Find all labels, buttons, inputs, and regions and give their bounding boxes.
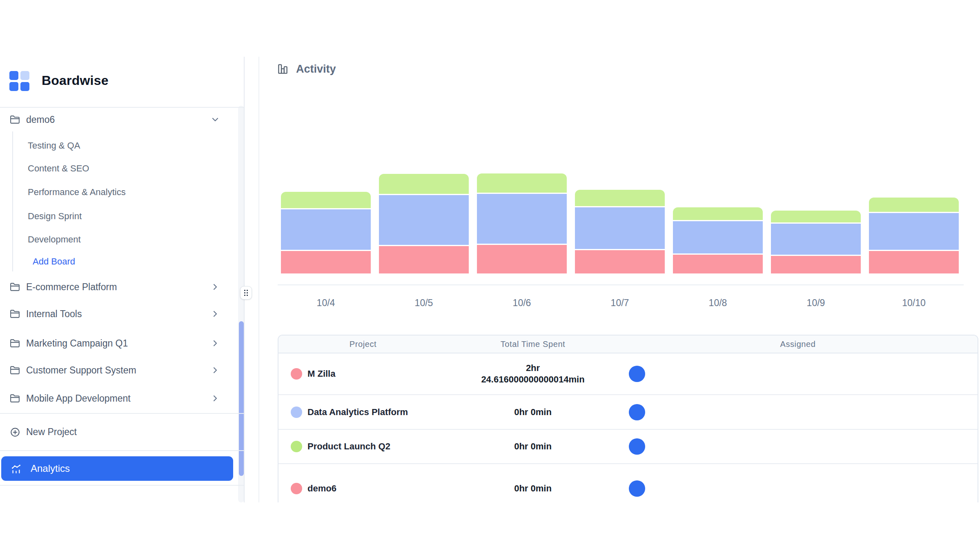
bar-segment-product-launch-q2[interactable] — [673, 207, 763, 220]
sidebar-resize-grip-icon[interactable] — [240, 286, 252, 300]
bar-segment-data-analytics-platform[interactable] — [771, 224, 861, 255]
project-color-dot — [291, 441, 302, 452]
bar-segment-product-launch-q2[interactable] — [771, 211, 861, 222]
table-row-data-analytics-platform[interactable]: Data Analytics Platform0hr 0min — [278, 395, 978, 430]
chevron-right-icon[interactable] — [210, 365, 220, 375]
sidebar-divider-bottom — [0, 485, 244, 486]
bar-segment-data-analytics-platform[interactable] — [281, 209, 371, 250]
activity-header: Activity — [277, 62, 336, 76]
total-time-line: 2hr — [526, 362, 540, 374]
logo-square — [20, 82, 29, 91]
chevron-right-icon[interactable] — [210, 393, 220, 403]
bar-segment-m-zilla[interactable] — [281, 251, 371, 273]
bar-segment-product-launch-q2[interactable] — [281, 192, 371, 208]
total-time-cell: 2hr24.616000000000014min — [448, 353, 618, 394]
total-time-cell: 0hr 0min — [448, 464, 618, 502]
sidebar-divider-mid — [0, 413, 244, 414]
bar-segment-data-analytics-platform[interactable] — [673, 221, 763, 253]
project-cell: demo6 — [278, 464, 448, 502]
sidebar-board-item-performance-analytics[interactable]: Performance & Analytics — [0, 183, 244, 201]
bar-segment-data-analytics-platform[interactable] — [869, 213, 959, 250]
x-tick-label: 10/9 — [787, 298, 844, 309]
sidebar-item-label: Testing & QA — [28, 140, 80, 151]
logo-square — [9, 71, 18, 80]
project-cell: Product Launch Q2 — [278, 430, 448, 463]
folder-icon — [10, 365, 20, 375]
bar-segment-m-zilla[interactable] — [771, 256, 861, 273]
total-time-cell: 0hr 0min — [448, 395, 618, 429]
bar-segment-m-zilla[interactable] — [673, 255, 763, 273]
sidebar-board-mobile-app-development[interactable]: Mobile App Development — [0, 389, 244, 407]
avatar[interactable] — [629, 366, 645, 382]
sidebar-board-item-testing-qa[interactable]: Testing & QA — [0, 137, 244, 155]
stacked-bar-10-4[interactable] — [281, 192, 371, 273]
project-cell: M Zilla — [278, 353, 448, 394]
bar-segment-data-analytics-platform[interactable] — [477, 194, 567, 244]
sidebar-board-item-development[interactable]: Development — [0, 231, 244, 249]
project-color-dot — [291, 368, 302, 380]
x-tick-label: 10/8 — [689, 298, 746, 309]
project-color-dot — [291, 483, 302, 494]
column-header-total-time: Total Time Spent — [448, 335, 618, 353]
bar-segment-data-analytics-platform[interactable] — [575, 207, 665, 249]
sidebar-item-label: Marketing Campaign Q1 — [26, 338, 128, 349]
sidebar-board-customer-support-system[interactable]: Customer Support System — [0, 361, 244, 379]
sidebar-item-label: Development — [28, 234, 81, 245]
sidebar-board-e-commerce-platform[interactable]: E-commerce Platform — [0, 278, 244, 296]
bar-segment-m-zilla[interactable] — [477, 245, 567, 273]
bar-segment-product-launch-q2[interactable] — [575, 190, 665, 206]
sidebar-divider-top — [0, 107, 244, 108]
stacked-bar-10-9[interactable] — [771, 211, 861, 273]
x-tick-label: 10/4 — [297, 298, 354, 309]
table-row-product-launch-q2[interactable]: Product Launch Q20hr 0min — [278, 430, 978, 464]
sidebar-item-label: Design Sprint — [28, 211, 82, 222]
sidebar-item-analytics[interactable]: Analytics — [1, 456, 233, 481]
sidebar-board-internal-tools[interactable]: Internal Tools — [0, 305, 244, 323]
sidebar-board-demo6[interactable]: demo6 — [0, 111, 244, 129]
boardwise-logo-icon — [9, 71, 30, 91]
stacked-bar-10-5[interactable] — [379, 174, 469, 273]
chevron-right-icon[interactable] — [210, 282, 220, 292]
bar-segment-data-analytics-platform[interactable] — [379, 195, 469, 245]
bar-segment-m-zilla[interactable] — [379, 246, 469, 273]
folder-icon — [10, 393, 20, 404]
avatar[interactable] — [629, 438, 645, 455]
sidebar-item-label: Internal Tools — [26, 309, 82, 320]
sidebar-item-label: Performance & Analytics — [28, 187, 126, 198]
bar-segment-product-launch-q2[interactable] — [869, 198, 959, 212]
sidebar-item-label: Add Board — [33, 256, 75, 267]
avatar[interactable] — [629, 404, 645, 420]
sidebar-board-item-content-seo[interactable]: Content & SEO — [0, 160, 244, 178]
app-title: Boardwise — [42, 73, 109, 88]
table-row-m-zilla[interactable]: M Zilla2hr24.616000000000014min — [278, 353, 978, 395]
bar-segment-m-zilla[interactable] — [575, 250, 665, 273]
x-tick-label: 10/7 — [591, 298, 648, 309]
avatar[interactable] — [629, 480, 645, 497]
main-panel-left-border — [258, 57, 259, 502]
app-viewport: Boardwise demo6Testing & QAContent & SEO… — [0, 57, 980, 502]
add-board-button[interactable]: Add Board — [0, 253, 244, 271]
stacked-bar-10-7[interactable] — [575, 190, 665, 273]
bar-segment-product-launch-q2[interactable] — [379, 174, 469, 194]
x-tick-label: 10/6 — [493, 298, 550, 309]
logo-square — [9, 82, 18, 91]
sidebar-board-item-design-sprint[interactable]: Design Sprint — [0, 207, 244, 225]
assigned-cell — [618, 464, 978, 502]
folder-icon — [10, 338, 20, 349]
project-color-dot — [291, 407, 302, 418]
chevron-right-icon[interactable] — [210, 309, 220, 319]
chevron-down-icon[interactable] — [210, 115, 220, 124]
total-time-line: 0hr 0min — [514, 407, 552, 418]
folder-icon — [10, 282, 20, 292]
table-row-demo6[interactable]: demo60hr 0min — [278, 464, 978, 502]
stacked-bar-10-8[interactable] — [673, 207, 763, 273]
column-header-assigned: Assigned — [618, 335, 978, 353]
sidebar-board-marketing-campaign-q1[interactable]: Marketing Campaign Q1 — [0, 334, 244, 352]
stacked-bar-10-6[interactable] — [477, 173, 567, 273]
new-project-button[interactable]: New Project — [0, 423, 244, 441]
chevron-right-icon[interactable] — [210, 338, 220, 348]
x-axis-line — [278, 284, 964, 285]
bar-segment-m-zilla[interactable] — [869, 251, 959, 273]
bar-segment-product-launch-q2[interactable] — [477, 173, 567, 193]
stacked-bar-10-10[interactable] — [869, 198, 959, 273]
